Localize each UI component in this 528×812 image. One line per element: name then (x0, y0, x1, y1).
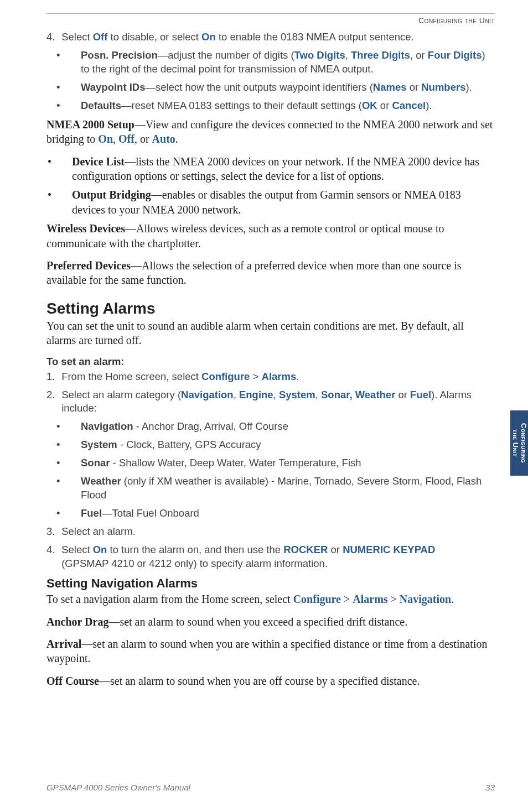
alarm-step-2: 2. Select an alarm category (Navigation,… (46, 388, 495, 416)
label: Anchor Drag (46, 616, 108, 628)
text: , or (410, 49, 428, 61)
opt: Alarms (353, 593, 387, 605)
opt: On (98, 133, 113, 145)
nav-alarms-intro: To set a navigation alarm from the Home … (46, 592, 495, 606)
text: , (234, 389, 239, 400)
label: Weather (81, 475, 121, 487)
off-course: Off Course—set an alarm to sound when yo… (46, 674, 495, 688)
heading-nav-alarms: Setting Navigation Alarms (46, 576, 495, 591)
step-4: 4. Select Off to disable, or select On t… (46, 30, 495, 44)
preferred-devices: Preferred Devices—Allows the selection o… (46, 258, 495, 288)
step-num: 4. (46, 30, 59, 44)
label: Fuel (81, 507, 102, 519)
label: Output Bridging (72, 189, 151, 201)
text: —set an alarm to sound when you are off … (99, 675, 420, 687)
bullet-icon: • (69, 456, 81, 470)
step-num: 2. (46, 388, 59, 402)
text: . (451, 593, 454, 605)
label: Arrival (46, 638, 81, 650)
text: or (395, 389, 410, 400)
step-num: 3. (46, 525, 59, 539)
opt: Configure (201, 371, 250, 382)
step-body: From the Home screen, select Configure >… (61, 370, 482, 384)
bullet-waypoint-ids: •Waypoint IDs—select how the unit output… (69, 81, 495, 95)
bullet-icon: • (69, 99, 81, 113)
text: —adjust the number of digits ( (158, 49, 294, 61)
text: —select how the unit outputs waypoint id… (145, 81, 372, 93)
wireless-devices: Wireless Devices—Allows wireless devices… (46, 221, 495, 251)
text: ). (426, 100, 432, 111)
text: —set an alarm to sound when you are with… (46, 638, 487, 664)
text: Select (61, 31, 93, 43)
opt: Alarms (262, 371, 297, 382)
opt: Auto (152, 133, 175, 145)
text: , (345, 49, 351, 61)
label: Off Course (46, 675, 99, 687)
step-body: Select On to turn the alarm on, and then… (61, 543, 482, 571)
text: - Anchor Drag, Arrival, Off Course (133, 420, 288, 432)
opt: Sonar, Weather (321, 389, 395, 400)
text: , (273, 389, 279, 400)
opt: Navigation (400, 593, 451, 605)
bullet-fuel: •Fuel—Total Fuel Onboard (69, 507, 495, 520)
bullet-device-list: •Device List—lists the NMEA 2000 devices… (60, 154, 495, 184)
bullet-icon: • (60, 154, 72, 169)
label: NMEA 2000 Setup (46, 118, 134, 131)
label: Navigation (81, 420, 133, 432)
text: - Clock, Battery, GPS Accuracy (117, 439, 261, 450)
opt: On (93, 544, 107, 555)
opt: Two Digits (294, 49, 345, 61)
bullet-weather: •Weather (only if XM weather is availabl… (69, 475, 495, 502)
side-tab: Configuring the Unit (510, 410, 528, 476)
opt: Configure (293, 593, 341, 605)
text: > (388, 593, 400, 605)
label: System (81, 439, 117, 450)
text: From the Home screen, select (61, 371, 201, 382)
opt: Three Digits (351, 49, 410, 61)
running-head: Configuring the Unit (46, 16, 495, 25)
opt-off: Off (93, 31, 108, 43)
text: —set an alarm to sound when you exceed a… (108, 616, 407, 628)
page-number: 33 (485, 783, 495, 792)
text: to enable the 0183 NMEA output sentence. (216, 31, 414, 43)
bullet-icon: • (69, 438, 81, 452)
arrival: Arrival—set an alarm to sound when you a… (46, 637, 495, 666)
header-rule (46, 13, 495, 14)
text: , (113, 133, 118, 145)
opt: Engine (239, 389, 273, 400)
label: Device List (72, 155, 125, 168)
bullet-icon: • (60, 188, 72, 202)
label: Defaults (81, 100, 121, 111)
opt: Numbers (421, 81, 465, 93)
label: Wireless Devices (46, 222, 125, 235)
opt: ROCKER (283, 544, 328, 555)
bullet-posn-precision: •Posn. Precision—adjust the number of di… (69, 49, 495, 76)
opt: System (279, 389, 315, 400)
text: > (250, 371, 261, 382)
text: —reset NMEA 0183 settings to their defau… (121, 100, 362, 111)
footer: GPSMAP 4000 Series Owner's Manual 33 (46, 783, 495, 792)
bullet-icon: • (69, 475, 81, 488)
bullet-system: •System - Clock, Battery, GPS Accuracy (69, 438, 495, 452)
text: —Total Fuel Onboard (102, 507, 199, 519)
opt: Off (118, 133, 134, 145)
label: Waypoint IDs (81, 81, 145, 93)
bullet-icon: • (69, 507, 81, 520)
text: . (296, 371, 299, 382)
text: - Shallow Water, Deep Water, Water Tempe… (110, 457, 361, 469)
bullet-icon: • (69, 420, 81, 434)
opt: NUMERIC KEYPAD (343, 544, 435, 555)
opt: Names (373, 81, 407, 93)
alarm-step-3: 3. Select an alarm. (46, 525, 495, 539)
procedure-heading: To set an alarm: (46, 356, 495, 368)
setting-alarms-intro: You can set the unit to sound an audible… (46, 319, 495, 348)
heading-setting-alarms: Setting Alarms (46, 300, 495, 317)
opt: Four Digits (428, 49, 482, 61)
step-num: 1. (46, 370, 59, 384)
opt: OK (362, 100, 377, 111)
text: (only if XM weather is available) - Mari… (81, 475, 482, 501)
label: Sonar (81, 457, 110, 469)
text: , or (134, 133, 152, 145)
bullet-icon: • (69, 81, 81, 95)
bullet-sonar: •Sonar - Shallow Water, Deep Water, Wate… (69, 456, 495, 470)
